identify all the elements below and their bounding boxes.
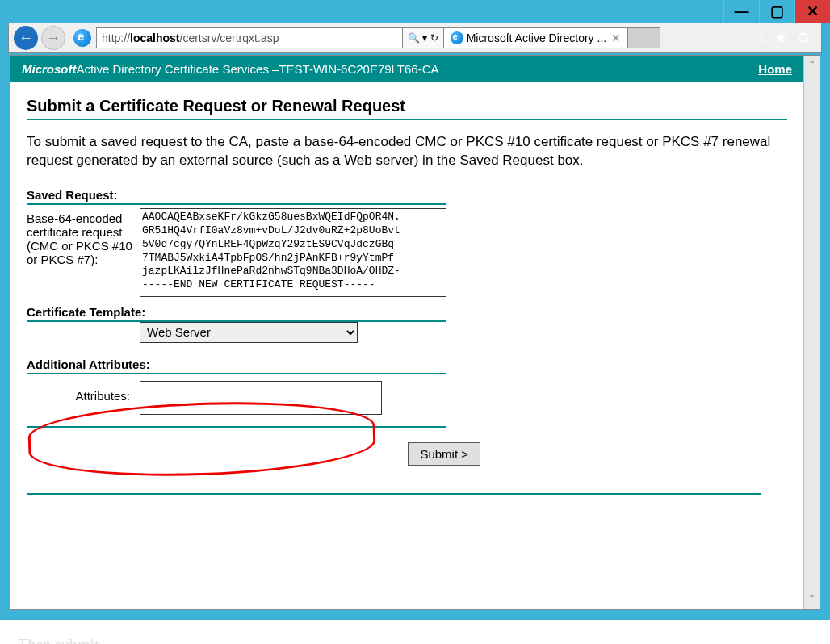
new-tab-button[interactable] bbox=[628, 27, 660, 48]
vertical-scrollbar[interactable]: ˄ ˅ bbox=[803, 56, 820, 609]
saved-request-textarea[interactable] bbox=[140, 208, 446, 297]
certificate-template-select[interactable]: Web Server bbox=[140, 322, 358, 343]
title-divider bbox=[27, 119, 787, 120]
back-button[interactable]: ← bbox=[14, 26, 38, 50]
truncated-footer-text: Then submit bbox=[0, 620, 830, 644]
close-button[interactable]: ✕ bbox=[794, 0, 830, 23]
tab-favicon bbox=[451, 31, 463, 44]
minimize-button[interactable]: — bbox=[723, 0, 759, 23]
scroll-down-icon[interactable]: ˅ bbox=[809, 590, 815, 609]
attributes-textarea[interactable] bbox=[140, 381, 382, 415]
ca-name: TEST-WIN-6C20E79LT66-CA bbox=[279, 62, 438, 76]
favorites-icon[interactable]: ★ bbox=[774, 29, 787, 47]
browser-tab[interactable]: Microsoft Active Directory ... ✕ bbox=[444, 27, 628, 48]
address-controls: 🔍 ▾ ↻ bbox=[403, 27, 444, 48]
url-host: localhost bbox=[130, 31, 179, 44]
search-icon[interactable]: 🔍 bbox=[408, 32, 420, 44]
maximize-button[interactable]: ▢ bbox=[759, 0, 794, 23]
url-path: /certsrv/certrqxt.asp bbox=[180, 31, 279, 44]
tab-close-icon[interactable]: ✕ bbox=[611, 31, 621, 44]
tools-icon[interactable]: ⚙ bbox=[797, 29, 810, 47]
saved-request-label: Saved Request: bbox=[27, 188, 787, 202]
section-divider-4 bbox=[27, 426, 446, 428]
address-bar[interactable]: http://localhost/certsrv/certrqxt.asp bbox=[96, 27, 403, 48]
url-prefix: http:// bbox=[102, 31, 130, 44]
browser-toolbar: ← → http://localhost/certsrv/certrqxt.as… bbox=[8, 23, 822, 53]
instruction-text: To submit a saved request to the CA, pas… bbox=[27, 133, 787, 170]
ie-icon bbox=[73, 29, 91, 47]
attributes-label: Attributes: bbox=[27, 381, 140, 403]
section-divider-3 bbox=[27, 373, 446, 374]
window-controls: — ▢ ✕ bbox=[0, 0, 830, 23]
forward-button[interactable]: → bbox=[41, 26, 65, 50]
scroll-up-icon[interactable]: ˄ bbox=[809, 56, 815, 75]
product-name: Active Directory Certificate Services – bbox=[77, 62, 279, 76]
refresh-icon[interactable]: ↻ bbox=[430, 32, 438, 44]
section-divider-5 bbox=[27, 493, 761, 495]
home-link[interactable]: Home bbox=[758, 62, 792, 76]
section-divider-1 bbox=[27, 203, 446, 205]
dropdown-icon[interactable]: ▾ bbox=[422, 32, 427, 44]
certificate-template-label: Certificate Template: bbox=[27, 305, 787, 319]
home-icon[interactable]: ⌂ bbox=[756, 29, 765, 47]
request-field-label: Base-64-encoded certificate request (CMC… bbox=[27, 208, 140, 266]
page-title: Submit a Certificate Request or Renewal … bbox=[27, 97, 787, 115]
page-header-bar: Microsoft Active Directory Certificate S… bbox=[10, 56, 803, 82]
submit-button[interactable]: Submit > bbox=[408, 442, 480, 466]
tab-title: Microsoft Active Directory ... bbox=[467, 31, 606, 44]
brand-name: Microsoft bbox=[22, 62, 77, 76]
additional-attributes-label: Additional Attributes: bbox=[27, 358, 787, 371]
